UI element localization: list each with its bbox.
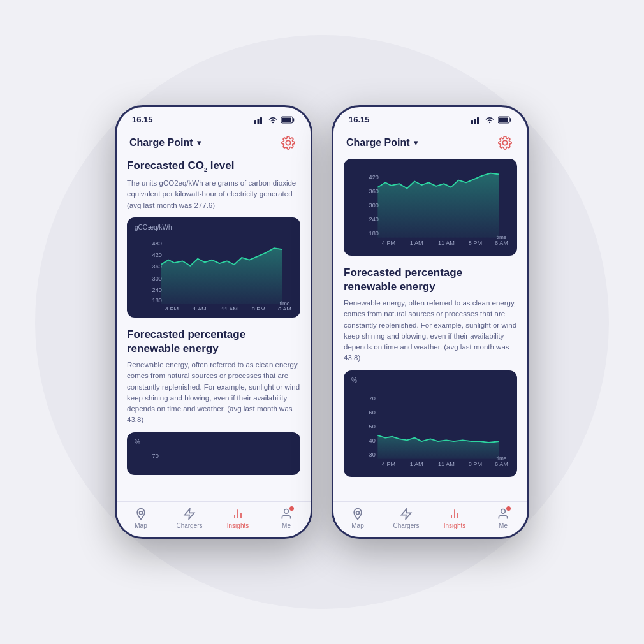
renewable-desc-right: Renewable energy, often referred to as c… — [344, 298, 517, 364]
svg-text:480: 480 — [152, 240, 162, 246]
charge-point-selector-left[interactable]: Charge Point ▾ — [129, 137, 201, 149]
me-icon-left — [279, 507, 293, 521]
co2-chart-right-top: 420 360 300 240 180 — [344, 159, 517, 256]
svg-marker-20 — [185, 509, 194, 520]
renewable-title-left: Forecasted percentage renewable energy — [127, 328, 300, 356]
svg-text:4 PM: 4 PM — [382, 460, 395, 467]
map-icon-right — [351, 507, 365, 521]
renewable-chart-label-left: % — [135, 439, 293, 446]
svg-point-28 — [489, 121, 490, 122]
background-circle: 16.15 — [35, 35, 609, 609]
co2-chart-left: gCO₂eq/kWh 480 420 360 300 240 180 — [127, 217, 300, 318]
insights-icon-right — [448, 507, 462, 521]
svg-text:30: 30 — [369, 451, 376, 458]
svg-rect-2 — [260, 117, 262, 124]
svg-text:8 PM: 8 PM — [469, 240, 482, 246]
nav-map-left[interactable]: Map — [122, 507, 160, 529]
phone-content-right: Charge Point ▾ 4 — [333, 128, 527, 537]
nav-map-label-left: Map — [135, 522, 147, 529]
status-time-left: 16.15 — [132, 115, 153, 124]
co2-section-left: Forecasted CO2 level The units gCO2eq/kW… — [127, 159, 300, 318]
svg-rect-27 — [477, 117, 479, 124]
nav-chargers-label-left: Chargers — [176, 522, 202, 529]
svg-text:8 PM: 8 PM — [252, 306, 265, 310]
svg-text:1 AM: 1 AM — [410, 240, 423, 246]
co2-desc-left: The units gCO2eq/kWh are grams of carbon… — [127, 178, 300, 211]
charge-point-label-left: Charge Point — [129, 137, 193, 149]
scroll-area-right: 420 360 300 240 180 — [333, 159, 527, 501]
svg-text:1 AM: 1 AM — [193, 306, 207, 310]
settings-button-left[interactable] — [279, 133, 298, 152]
svg-text:8 PM: 8 PM — [469, 460, 482, 467]
bottom-nav-left: Map Chargers — [117, 501, 311, 537]
svg-marker-54 — [402, 509, 411, 520]
status-icons-right — [471, 116, 512, 124]
wifi-icon-left — [268, 116, 278, 124]
svg-rect-30 — [499, 117, 508, 122]
renewable-section-left: Forecasted percentage renewable energy R… — [127, 328, 300, 475]
svg-text:6 AM: 6 AM — [495, 460, 508, 467]
nav-insights-label-left: Insights — [227, 522, 249, 529]
nav-insights-right[interactable]: Insights — [435, 507, 474, 529]
svg-text:11 AM: 11 AM — [221, 306, 238, 310]
nav-map-right[interactable]: Map — [339, 507, 377, 529]
svg-text:time: time — [497, 235, 507, 240]
svg-text:time: time — [280, 301, 290, 307]
nav-chargers-left[interactable]: Chargers — [170, 507, 209, 529]
renewable-desc-left: Renewable energy, often referred to as c… — [127, 360, 300, 426]
nav-map-label-right: Map — [351, 522, 363, 529]
svg-text:240: 240 — [152, 287, 162, 293]
settings-button-right[interactable] — [495, 133, 515, 152]
svg-text:6 AM: 6 AM — [278, 306, 291, 310]
charge-point-selector-right[interactable]: Charge Point ▾ — [346, 137, 418, 149]
me-notification-dot-left — [289, 506, 294, 511]
nav-chargers-right[interactable]: Chargers — [387, 507, 425, 529]
chargers-icon-right — [399, 507, 413, 521]
signal-icon-left — [254, 116, 265, 124]
nav-me-label-right: Me — [499, 522, 508, 529]
svg-point-58 — [501, 509, 506, 514]
phone-left: 16.15 — [115, 105, 312, 539]
svg-text:300: 300 — [369, 202, 379, 209]
nav-insights-label-right: Insights — [444, 522, 465, 529]
svg-point-24 — [284, 509, 289, 514]
svg-text:11 AM: 11 AM — [438, 240, 455, 246]
renewable-chart-mini-left: 70 — [135, 448, 293, 467]
battery-icon-right — [498, 116, 512, 124]
renewable-chart-left: % 70 — [127, 432, 300, 475]
chevron-down-icon-right: ▾ — [414, 138, 418, 147]
svg-text:300: 300 — [152, 275, 162, 282]
phone-header-left: Charge Point ▾ — [117, 128, 311, 159]
phones-container: 16.15 — [115, 105, 529, 539]
svg-text:11 AM: 11 AM — [438, 460, 455, 467]
svg-text:420: 420 — [152, 252, 162, 258]
renewable-chart-label-right: % — [351, 377, 509, 384]
nav-me-right[interactable]: Me — [484, 507, 522, 529]
svg-point-3 — [272, 121, 274, 122]
svg-text:6 AM: 6 AM — [495, 240, 508, 246]
svg-text:360: 360 — [369, 188, 379, 194]
charge-point-label-right: Charge Point — [346, 137, 410, 149]
svg-point-19 — [140, 511, 143, 515]
svg-text:4 PM: 4 PM — [165, 306, 179, 310]
status-icons-left — [254, 116, 295, 124]
co2-chart-svg-right: 420 360 300 240 180 — [351, 165, 509, 248]
map-icon-left — [134, 507, 148, 521]
battery-icon-left — [281, 116, 295, 124]
svg-text:4 PM: 4 PM — [382, 240, 395, 246]
nav-insights-left[interactable]: Insights — [219, 507, 257, 529]
nav-me-left[interactable]: Me — [267, 507, 305, 529]
nav-chargers-label-right: Chargers — [393, 522, 419, 529]
chargers-icon-left — [182, 507, 196, 521]
svg-rect-25 — [471, 120, 473, 124]
svg-text:40: 40 — [369, 437, 376, 444]
svg-text:180: 180 — [152, 297, 162, 304]
renewable-chart-svg-right: 70 60 50 40 30 — [351, 386, 509, 469]
insights-icon-left — [231, 507, 245, 521]
signal-icon-right — [471, 116, 481, 124]
nav-me-label-left: Me — [282, 522, 291, 529]
status-bar-right: 16.15 — [333, 107, 527, 128]
svg-text:50: 50 — [369, 423, 376, 430]
status-bar-left: 16.15 — [117, 107, 311, 128]
svg-point-53 — [356, 511, 360, 515]
